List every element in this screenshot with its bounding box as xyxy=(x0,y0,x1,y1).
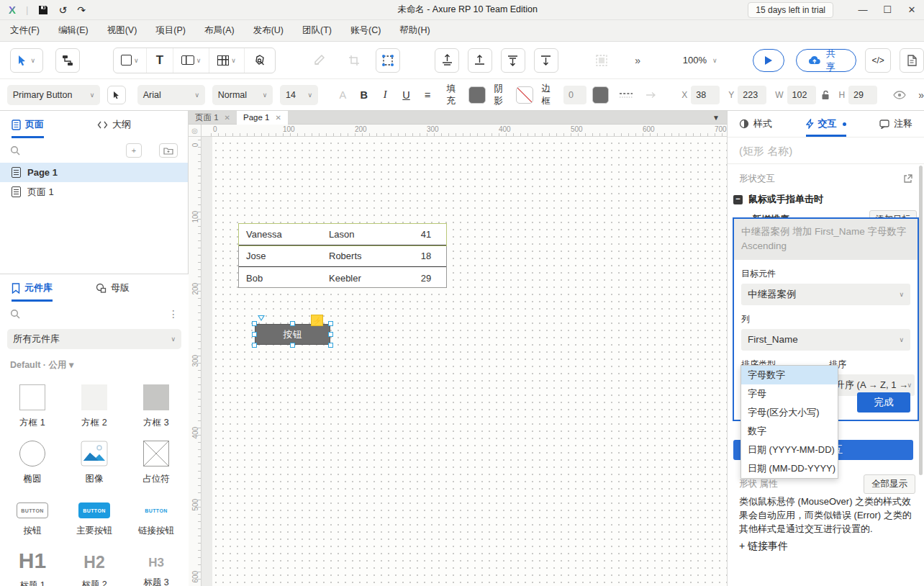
canvas-tab-yemian1[interactable]: 页面 1 ✕ xyxy=(189,111,237,125)
font-family-select[interactable]: Arial∨ xyxy=(137,85,205,105)
code-view-button[interactable]: </> xyxy=(865,48,891,73)
rectangle-tool-button[interactable]: ∨ xyxy=(114,48,147,73)
y-field[interactable]: 223 xyxy=(738,86,766,104)
tab-masters[interactable]: 母版 xyxy=(96,274,130,302)
selection-handle[interactable] xyxy=(290,343,295,348)
style-picker-button[interactable] xyxy=(107,86,126,104)
menu-account[interactable]: 账号(C) xyxy=(350,24,381,37)
widget-primary-button[interactable]: BUTTON主要按钮 xyxy=(63,491,125,537)
add-page-button[interactable]: + xyxy=(126,143,142,158)
save-icon[interactable] xyxy=(38,5,48,15)
page-item-yemian1[interactable]: 页面 1 xyxy=(0,182,188,202)
notes-doc-button[interactable] xyxy=(900,48,924,73)
widget-button[interactable]: BUTTON按钮 xyxy=(1,491,63,537)
done-button[interactable]: 完成 xyxy=(857,392,910,413)
menu-edit[interactable]: 编辑(E) xyxy=(58,24,89,37)
tab-library[interactable]: 元件库 xyxy=(12,274,53,302)
x-field[interactable]: 38 xyxy=(691,86,720,104)
toolbar-overflow-button[interactable]: » xyxy=(625,48,650,73)
border-width-field[interactable]: 0 xyxy=(563,86,586,104)
tab-outline[interactable]: 大纲 xyxy=(97,111,131,138)
w-field[interactable]: 102 xyxy=(787,86,816,104)
trial-badge[interactable]: 15 days left in trial xyxy=(748,2,833,18)
border-color-swatch[interactable] xyxy=(592,86,610,104)
share-button[interactable]: 共享 xyxy=(796,49,857,72)
column-select[interactable]: First_Name∨ xyxy=(741,329,910,351)
more-options-icon[interactable]: ⋮ xyxy=(168,308,178,320)
collapse-icon[interactable]: − xyxy=(733,195,743,204)
redo-icon[interactable]: ↷ xyxy=(77,4,86,16)
tab-list-dropdown-icon[interactable]: ▼ xyxy=(712,114,720,122)
menu-view[interactable]: 视图(V) xyxy=(107,24,137,37)
send-backward-button[interactable] xyxy=(501,48,525,73)
inspector-scrollbar[interactable] xyxy=(919,166,923,475)
font-weight-select[interactable]: Normal∨ xyxy=(212,85,273,105)
dropdown-option[interactable]: 字母 xyxy=(741,384,838,403)
bring-to-front-button[interactable] xyxy=(468,48,492,73)
tab-notes[interactable]: 注释 xyxy=(879,111,912,137)
visibility-button[interactable] xyxy=(893,91,906,99)
widget-h1[interactable]: H1标题 1 xyxy=(1,543,63,586)
split-box-tool-button[interactable]: ∨ xyxy=(173,48,209,73)
widget-box2[interactable]: 方框 2 xyxy=(63,379,125,429)
tab-interaction[interactable]: 交互 xyxy=(806,111,846,137)
library-filter-select[interactable]: 所有元件库∨ xyxy=(7,329,181,349)
selection-handle[interactable] xyxy=(328,332,333,337)
widget-h2[interactable]: H2标题 2 xyxy=(63,543,125,586)
link-event-button[interactable]: + 链接事件 xyxy=(739,540,788,553)
close-tab-icon[interactable]: ✕ xyxy=(225,114,230,122)
selection-handle[interactable] xyxy=(252,343,257,348)
edit-points-button[interactable] xyxy=(376,48,400,73)
widget-placeholder[interactable]: 占位符 xyxy=(125,435,187,485)
fill-swatch[interactable] xyxy=(468,86,486,104)
bring-forward-button[interactable] xyxy=(435,48,459,73)
canvas-viewport[interactable]: Vanessa Lason 41 Jose Roberts 18 Bob Kee… xyxy=(201,137,727,586)
target-select[interactable]: 中继器案例∨ xyxy=(741,284,910,305)
selection-handle[interactable] xyxy=(252,321,257,326)
widget-image[interactable]: 图像 xyxy=(63,435,125,485)
menu-project[interactable]: 项目(P) xyxy=(155,24,186,37)
border-style-button[interactable] xyxy=(619,91,633,99)
widget-link-button[interactable]: BUTTON链接按钮 xyxy=(125,491,187,537)
close-button[interactable]: ✕ xyxy=(900,4,924,15)
font-size-select[interactable]: 14∨ xyxy=(280,85,318,105)
font-color-button[interactable]: A xyxy=(332,89,353,101)
underline-button[interactable]: U xyxy=(396,89,417,101)
canvas-button-widget[interactable]: 按钮 xyxy=(255,324,330,345)
zoom-select[interactable]: 100% ∨ xyxy=(676,50,725,70)
selection-handle[interactable] xyxy=(252,332,257,337)
search-icon[interactable] xyxy=(10,145,20,155)
list-button[interactable]: ≡ xyxy=(417,89,438,101)
widget-box3[interactable]: 方框 3 xyxy=(125,379,187,429)
widget-box1[interactable]: 方框 1 xyxy=(1,379,63,429)
connector-tool-button[interactable] xyxy=(55,48,80,73)
repeater-row[interactable]: Vanessa Lason 41 xyxy=(239,224,446,245)
canvas-tab-page1[interactable]: Page 1 ✕ xyxy=(237,111,288,125)
repeater-row[interactable]: Bob Keebler 29 xyxy=(239,267,446,289)
dropdown-option[interactable]: 日期 (YYYY-MM-DD) xyxy=(741,441,838,459)
preview-button[interactable] xyxy=(753,49,784,72)
text-tool-button[interactable]: T xyxy=(147,48,174,73)
widget-name-input[interactable] xyxy=(728,138,924,164)
lock-ratio-button[interactable] xyxy=(821,90,830,100)
tab-style[interactable]: 样式 xyxy=(739,111,772,137)
repeater-widget[interactable]: Vanessa Lason 41 Jose Roberts 18 Bob Kee… xyxy=(238,223,447,288)
shadow-swatch[interactable] xyxy=(516,86,533,104)
selection-handle[interactable] xyxy=(328,343,333,348)
maximize-button[interactable]: ☐ xyxy=(875,4,900,15)
select-tool-button[interactable]: ∨ xyxy=(10,48,43,73)
dropdown-option[interactable]: 字母(区分大小写) xyxy=(741,403,838,422)
menu-arrange[interactable]: 布局(A) xyxy=(204,24,235,37)
add-folder-button[interactable] xyxy=(159,143,178,158)
widget-ellipse[interactable]: 椭圆 xyxy=(1,435,63,485)
event-row[interactable]: − 鼠标或手指单击时 xyxy=(728,189,924,209)
italic-button[interactable]: I xyxy=(374,89,395,101)
page-item-page1[interactable]: Page 1 xyxy=(0,163,188,182)
bold-button[interactable]: B xyxy=(353,89,374,101)
tab-pages[interactable]: 页面 xyxy=(12,111,44,138)
close-tab-icon[interactable]: ✕ xyxy=(275,114,281,122)
menu-help[interactable]: 帮助(H) xyxy=(399,24,430,37)
h-field[interactable]: 29 xyxy=(848,86,877,104)
dropdown-option[interactable]: 日期 (MM-DD-YYYY) xyxy=(741,459,838,478)
stylebar-overflow-button[interactable]: » xyxy=(918,89,924,101)
